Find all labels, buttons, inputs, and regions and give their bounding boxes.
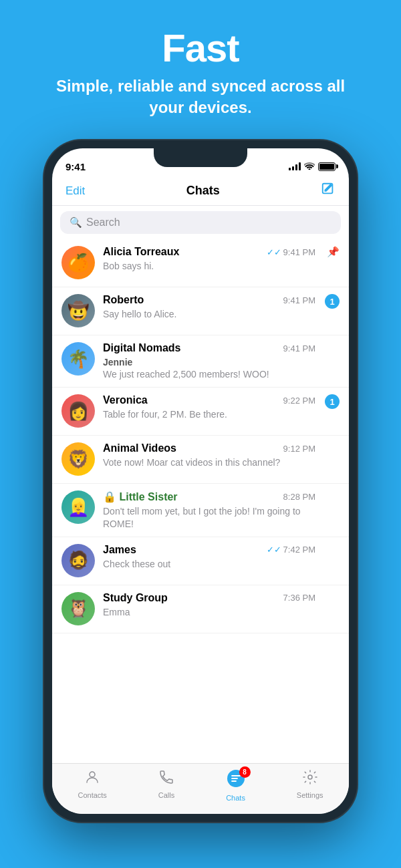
- chat-time: 8:28 PM: [283, 492, 315, 502]
- chats-badge: 8: [239, 766, 251, 778]
- chat-time: 9:12 PM: [283, 444, 315, 454]
- tab-bar: Contacts Calls 8 Chats: [52, 763, 349, 814]
- chat-meta: 1: [323, 294, 340, 309]
- wifi-icon: [304, 162, 315, 172]
- list-item[interactable]: 🧔 James ✓✓ 7:42 PM Check these out: [52, 537, 349, 585]
- chat-content: Animal Videos 9:12 PM Vote now! Moar cat…: [103, 442, 315, 468]
- compose-button[interactable]: [321, 182, 336, 200]
- hero-title: Fast: [0, 25, 401, 70]
- chat-list: 🍊 Alicia Torreaux ✓✓ 9:41 PM Bob says hi…: [52, 239, 349, 633]
- avatar: 👱‍♀️: [61, 490, 95, 524]
- phone-frame: 9:41: [44, 140, 357, 822]
- read-check-icon: ✓✓: [267, 247, 281, 257]
- chat-preview: Bob says hi.: [103, 260, 315, 272]
- edit-button[interactable]: Edit: [65, 184, 85, 198]
- chat-time: 9:41 PM: [283, 247, 315, 257]
- status-icons: [289, 162, 336, 172]
- chat-name: Digital Nomads: [103, 342, 180, 354]
- tab-contacts[interactable]: Contacts: [78, 769, 106, 802]
- search-bar[interactable]: 🔍 Search: [60, 211, 341, 234]
- chats-icon: 8: [227, 769, 245, 792]
- battery-icon: [318, 162, 336, 171]
- settings-icon: [302, 769, 318, 789]
- avatar: 🦉: [61, 592, 95, 625]
- calls-label: Calls: [158, 791, 174, 799]
- chat-name: Roberto: [103, 294, 144, 306]
- avatar: 🤠: [61, 294, 95, 327]
- tab-chats[interactable]: 8 Chats: [226, 769, 245, 802]
- contacts-label: Contacts: [78, 791, 106, 799]
- list-item[interactable]: 👱‍♀️ 🔒 Little Sister 8:28 PM Don't tell …: [52, 484, 349, 537]
- chat-content: Study Group 7:36 PM Emma: [103, 592, 315, 618]
- list-item[interactable]: 👩 Veronica 9:22 PM Table for four, 2 PM.…: [52, 388, 349, 436]
- chat-preview: Table for four, 2 PM. Be there.: [103, 408, 315, 420]
- status-time: 9:41: [65, 161, 86, 172]
- chat-content: Roberto 9:41 PM Say hello to Alice.: [103, 294, 315, 320]
- read-check-icon: ✓✓: [267, 545, 281, 555]
- chat-content: Digital Nomads 9:41 PM JennieWe just rea…: [103, 342, 315, 380]
- avatar: 🌴: [61, 342, 95, 376]
- unread-badge: 1: [325, 294, 340, 309]
- chat-time: 9:41 PM: [283, 295, 315, 305]
- chat-time: 9:22 PM: [283, 396, 315, 406]
- calls-icon: [158, 769, 174, 789]
- chat-preview: Say hello to Alice.: [103, 308, 315, 320]
- chat-content: 🔒 Little Sister 8:28 PM Don't tell mom y…: [103, 490, 315, 529]
- search-placeholder: Search: [86, 216, 120, 229]
- notch: [154, 148, 247, 167]
- avatar: 👩: [61, 394, 95, 428]
- phone-screen: 9:41: [52, 148, 349, 814]
- chat-name: Animal Videos: [103, 442, 176, 454]
- chat-content: Alicia Torreaux ✓✓ 9:41 PM Bob says hi.: [103, 246, 315, 272]
- unread-badge: 1: [325, 394, 340, 409]
- list-item[interactable]: 🌴 Digital Nomads 9:41 PM JennieWe just r…: [52, 335, 349, 388]
- chat-time: 7:42 PM: [283, 545, 315, 555]
- chat-time: 9:41 PM: [283, 343, 315, 353]
- search-icon: 🔍: [70, 216, 82, 229]
- contacts-icon: [84, 769, 100, 789]
- nav-bar: Edit Chats: [52, 178, 349, 206]
- chat-name: Study Group: [103, 592, 168, 604]
- chat-content: James ✓✓ 7:42 PM Check these out: [103, 544, 315, 570]
- list-item[interactable]: 🦉 Study Group 7:36 PM Emma: [52, 585, 349, 633]
- chat-preview: Emma: [103, 606, 315, 618]
- chat-preview: JennieWe just reached 2,500 members! WOO…: [103, 356, 315, 380]
- chat-content: Veronica 9:22 PM Table for four, 2 PM. B…: [103, 394, 315, 420]
- avatar: 🧔: [61, 544, 95, 577]
- chat-preview: Vote now! Moar cat videos in this channe…: [103, 456, 315, 468]
- chat-meta: 📌: [323, 246, 340, 258]
- list-item[interactable]: 🦁 Animal Videos 9:12 PM Vote now! Moar c…: [52, 436, 349, 484]
- nav-title: Chats: [186, 184, 220, 198]
- settings-label: Settings: [297, 791, 323, 799]
- tab-calls[interactable]: Calls: [158, 769, 174, 802]
- signal-icon: [289, 162, 301, 170]
- tab-settings[interactable]: Settings: [297, 769, 323, 802]
- chat-name: Veronica: [103, 394, 148, 406]
- svg-point-3: [308, 775, 312, 779]
- avatar: 🦁: [61, 442, 95, 476]
- chat-name: Alicia Torreaux: [103, 246, 179, 258]
- list-item[interactable]: 🤠 Roberto 9:41 PM Say hello to Alice. 1: [52, 287, 349, 335]
- avatar: 🍊: [61, 246, 95, 279]
- pin-icon: 📌: [327, 246, 340, 258]
- hero-section: Fast Simple, reliable and synced across …: [0, 0, 401, 138]
- chat-preview: Check these out: [103, 558, 315, 570]
- chat-name: 🔒 Little Sister: [103, 490, 178, 503]
- hero-subtitle: Simple, reliable and synced across all y…: [0, 76, 401, 119]
- chat-time: 7:36 PM: [283, 593, 315, 603]
- chat-meta: 1: [323, 394, 340, 409]
- svg-point-1: [90, 772, 95, 777]
- chat-preview: Don't tell mom yet, but I got the job! I…: [103, 505, 315, 529]
- list-item[interactable]: 🍊 Alicia Torreaux ✓✓ 9:41 PM Bob says hi…: [52, 239, 349, 287]
- chats-label: Chats: [226, 794, 245, 802]
- chat-name: James: [103, 544, 136, 556]
